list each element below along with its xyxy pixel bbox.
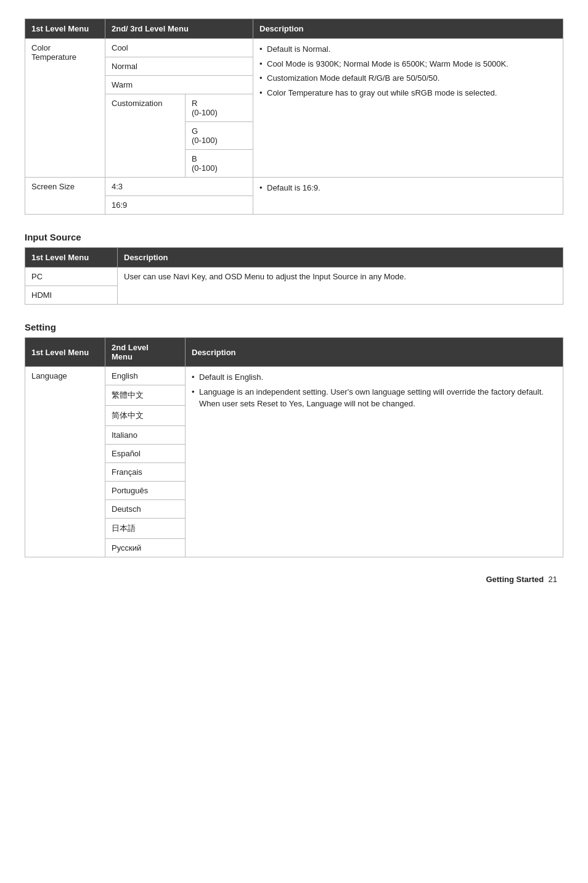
desc-item: Default is 16:9.	[259, 182, 557, 194]
hdmi-label: HDMI	[25, 286, 118, 305]
color-temp-table: 1st Level Menu 2nd/ 3rd Level Menu Descr…	[25, 18, 563, 215]
desc-item: Default is English.	[192, 371, 557, 384]
table3-header-col1: 1st Level Menu	[25, 338, 105, 367]
language-label: Language	[25, 367, 105, 557]
table-row: Screen Size 4:3 Default is 16:9.	[25, 178, 563, 196]
g-range: G(0-100)	[186, 122, 253, 150]
lang-russian: Русский	[105, 539, 186, 557]
table1-header-col2: 2nd/ 3rd Level Menu	[105, 19, 253, 39]
table1-header-col4: Description	[253, 19, 563, 39]
b-range: B(0-100)	[186, 150, 253, 178]
color-temp-desc: Default is Normal. Cool Mode is 9300K; N…	[253, 39, 563, 178]
lang-english: English	[105, 367, 186, 385]
input-source-table: 1st Level Menu Description PC User can u…	[25, 247, 563, 305]
cool-label: Cool	[105, 39, 253, 57]
desc-item: Customization Mode default R/G/B are 50/…	[259, 72, 557, 84]
table3-header-col3: Description	[186, 338, 563, 367]
lang-traditional-chinese: 繁體中文	[105, 385, 186, 406]
setting-table: 1st Level Menu 2nd LevelMenu Description…	[25, 337, 563, 557]
desc-item: Cool Mode is 9300K; Normal Mode is 6500K…	[259, 58, 557, 70]
lang-simplified-chinese: 简体中文	[105, 406, 186, 426]
aspect-16-9: 16:9	[105, 196, 253, 215]
footer-label: Getting Started	[486, 575, 544, 584]
r-range: R(0-100)	[186, 94, 253, 122]
lang-japanese: 日本語	[105, 519, 186, 539]
table-row: PC User can use Navi Key, and OSD Menu t…	[25, 268, 563, 286]
setting-heading: Setting	[25, 322, 563, 332]
input-source-desc: User can use Navi Key, and OSD Menu to a…	[118, 268, 563, 305]
language-desc: Default is English. Language is an indep…	[186, 367, 563, 557]
lang-french: Français	[105, 463, 186, 482]
normal-label: Normal	[105, 57, 253, 76]
page-footer: Getting Started 21	[25, 575, 563, 584]
lang-italian: Italiano	[105, 426, 186, 445]
table1-header-col1: 1st Level Menu	[25, 19, 105, 39]
input-source-heading: Input Source	[25, 232, 563, 242]
screen-size-label: Screen Size	[25, 178, 105, 215]
table-row: ColorTemperature Cool Default is Normal.…	[25, 39, 563, 57]
page-number: 21	[549, 575, 557, 584]
desc-item: Default is Normal.	[259, 43, 557, 55]
table2-header-col2: Description	[118, 248, 563, 268]
aspect-4-3: 4:3	[105, 178, 253, 196]
lang-german: Deutsch	[105, 500, 186, 519]
customization-label: Customization	[105, 94, 186, 178]
table-row: Language English Default is English. Lan…	[25, 367, 563, 385]
screen-size-desc: Default is 16:9.	[253, 178, 563, 215]
desc-item: Language is an independent setting. User…	[192, 386, 557, 410]
pc-label: PC	[25, 268, 118, 286]
desc-item: Color Temperature has to gray out while …	[259, 87, 557, 99]
table3-header-col2: 2nd LevelMenu	[105, 338, 186, 367]
lang-spanish: Español	[105, 445, 186, 463]
table2-header-col1: 1st Level Menu	[25, 248, 118, 268]
lang-portuguese: Português	[105, 482, 186, 500]
color-temp-label: ColorTemperature	[25, 39, 105, 178]
warm-label: Warm	[105, 76, 253, 94]
